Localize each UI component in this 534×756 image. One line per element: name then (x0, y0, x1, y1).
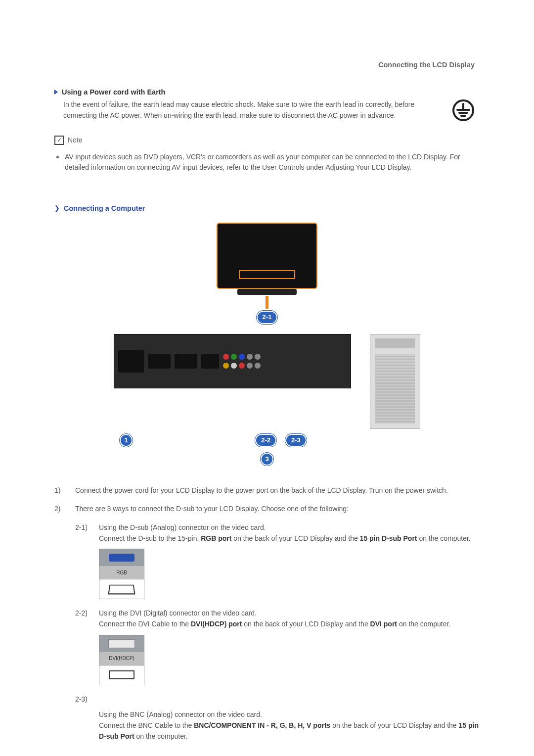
step-1-text: Connect the power cord for your LCD Disp… (75, 485, 448, 496)
step-2-3: 2-3) (75, 694, 480, 705)
step-2-1: 2-1) Using the D-sub (Analog) connector … (75, 522, 480, 544)
bold-bnc-ports: BNC/COMPONENT IN - R, G, B, H, V ports (194, 721, 330, 729)
text-span: on the back of your LCD Display and the (330, 721, 458, 729)
port-card-rgb: RGB (99, 549, 144, 599)
text-span: on the back of your LCD Display and the (231, 534, 359, 542)
dvi-connector-icon (99, 635, 144, 652)
section-connect-heading: ❯ Connecting a Computer (54, 203, 480, 214)
step-2-2-number: 2-2) (75, 608, 92, 629)
bullet-dot-icon (56, 156, 59, 158)
callout-2-1: 2-1 (257, 311, 278, 324)
section-earth-body: In the event of failure, the earth lead … (63, 99, 440, 121)
text-span: Connect the D-sub to the 15-pin, (99, 534, 201, 542)
chevron-right-icon: ❯ (54, 203, 60, 213)
diagram-rear-panel (114, 334, 351, 388)
note-item: AV input devices such as DVD players, VC… (56, 152, 480, 173)
text-span: Connect the DVI Cable to the (99, 620, 191, 628)
callout-2-2: 2-2 (255, 434, 276, 447)
dsub-outline-icon (108, 585, 135, 595)
rca-red-icon (223, 354, 229, 360)
diagram-computer-tower (370, 334, 420, 429)
step-2: 2) There are 3 ways to connect the D-sub… (54, 504, 480, 515)
step-2-1-number: 2-1) (75, 522, 92, 544)
rca-v-icon (255, 354, 261, 360)
text-span: on the computer. (134, 732, 188, 740)
step-2-2: 2-2) Using the DVI (Digital) connector o… (75, 608, 480, 629)
diagram-misc-port (201, 354, 219, 369)
diagram-dvi-port (175, 354, 197, 369)
step-2-3-number: 2-3) (75, 694, 92, 705)
step-2-2-line-a: Using the DVI (Digital) connector on the… (99, 608, 450, 619)
text-span: on the back of your LCD Display and the (242, 620, 370, 628)
rca-blue-icon (239, 354, 245, 360)
connection-diagram: 2-1 (114, 223, 420, 465)
step-2-1-line-b: Connect the D-sub to the 15-pin, RGB por… (99, 533, 471, 544)
note-heading: ✓ Note (54, 135, 480, 146)
text-span: on the computer. (397, 620, 450, 628)
port-card-rgb-label: RGB (99, 566, 144, 579)
dvi-outline-icon (109, 670, 134, 679)
step-2-number: 2) (54, 504, 67, 515)
bold-dsub-port: 15 pin D-sub Port (360, 534, 417, 542)
rca-w-icon (231, 363, 237, 369)
diagram-port-highlight (239, 270, 295, 279)
rca-r-icon (239, 363, 245, 369)
callout-1: 1 (120, 434, 133, 447)
diagram-power-inlet (118, 350, 144, 373)
earth-ground-icon (452, 99, 475, 122)
step-1-number: 1) (54, 485, 67, 496)
rca-b-icon (255, 363, 261, 369)
rca-y-icon (223, 363, 229, 369)
note-check-icon: ✓ (54, 136, 64, 145)
step-2-2-line-b: Connect the DVI Cable to the DVI(HDCP) p… (99, 619, 450, 630)
note-body: AV input devices such as DVD players, VC… (65, 152, 480, 173)
bold-dvi-hdcp-port: DVI(HDCP) port (191, 620, 242, 628)
step-2-text: There are 3 ways to connect the D-sub to… (75, 504, 349, 515)
step-1: 1) Connect the power cord for your LCD D… (54, 485, 480, 496)
bullet-arrow-icon (54, 90, 58, 94)
step-2-1-line-a: Using the D-sub (Analog) connector on th… (99, 522, 471, 533)
section-earth-title: Using a Power cord with Earth (62, 87, 165, 97)
steps-list: 1) Connect the power cord for your LCD D… (54, 485, 480, 742)
rca-h-icon (247, 354, 253, 360)
bold-rgb-port: RGB port (201, 534, 231, 542)
step-2-3-line-b: Connect the BNC Cable to the BNC/COMPONE… (99, 720, 480, 742)
note-label: Note (68, 135, 83, 146)
section-connect-title: Connecting a Computer (64, 203, 145, 214)
page-header: Connecting the LCD Display (378, 59, 475, 70)
diagram-orange-link (266, 296, 268, 309)
port-card-dvi-label: DVI(HDCP) (99, 652, 144, 665)
step-2-3-line-a: Using the BNC (Analog) connector on the … (99, 709, 480, 720)
section-earth-heading: Using a Power cord with Earth (54, 87, 480, 97)
step-2-3-body: Using the BNC (Analog) connector on the … (99, 709, 480, 742)
rca-green-icon (231, 354, 237, 360)
callout-3: 3 (261, 453, 273, 466)
callout-2-3: 2-3 (285, 434, 307, 447)
port-card-dvi: DVI(HDCP) (99, 635, 144, 685)
diagram-monitor (217, 223, 317, 289)
text-span: on the computer. (417, 534, 471, 542)
vga-connector-icon (99, 549, 144, 566)
text-span: Connect the BNC Cable to the (99, 721, 194, 729)
bold-dvi-port: DVI port (370, 620, 397, 628)
rca-a-icon (247, 363, 253, 369)
diagram-vga-port (148, 354, 171, 369)
